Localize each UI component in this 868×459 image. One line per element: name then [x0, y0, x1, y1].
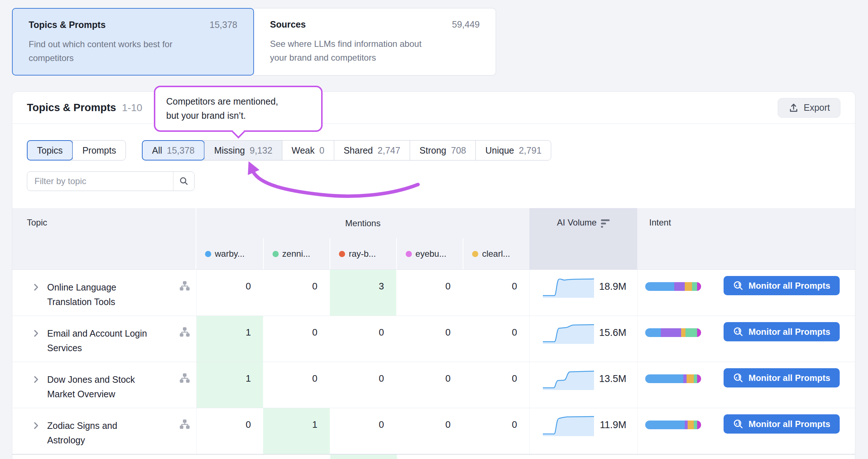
table-row[interactable]: Zodiac Signs andAstrology 0 1 0 0 0 11.9… [12, 408, 855, 454]
competitor-dot [339, 251, 345, 257]
column-header-competitor[interactable]: ray-b... [329, 238, 396, 269]
page-title: Topics & Prompts [27, 102, 116, 114]
column-header-competitor[interactable]: zenni... [263, 238, 330, 269]
topic-filter-box [27, 171, 195, 191]
mention-value: 0 [263, 316, 329, 362]
mention-value: 0 [396, 362, 463, 408]
ai-volume-value: 15.6M [599, 327, 626, 338]
expand-chevron-icon[interactable] [31, 375, 41, 408]
table-row-partial [12, 454, 855, 459]
competitor-dot [472, 251, 478, 257]
competitor-dot [205, 251, 211, 257]
table-row[interactable]: Email and Account LoginServices 1 0 0 0 … [12, 316, 855, 362]
mention-value-highlighted [330, 455, 397, 459]
tab-missing[interactable]: Missing9,132 [204, 141, 282, 160]
mention-value: 0 [263, 270, 329, 316]
mention-value: 0 [263, 362, 329, 408]
monitor-all-prompts-button[interactable]: Monitor all Prompts [724, 322, 840, 341]
mentions-cells: 0 0 3 0 0 [196, 270, 529, 316]
intent-cell: Monitor all Prompts [637, 362, 855, 408]
topic-name[interactable]: Email and Account LoginServices [47, 326, 147, 362]
topic-cell: Online LanguageTranslation Tools [12, 270, 196, 316]
expand-chevron-icon[interactable] [31, 421, 41, 454]
trend-sparkline [542, 275, 595, 298]
topic-cell: Dow Jones and StockMarket Overview [12, 362, 196, 408]
monitor-search-icon [733, 326, 744, 337]
topic-name[interactable]: Online LanguageTranslation Tools [47, 280, 116, 316]
ai-volume-value: 13.5M [599, 373, 626, 385]
competitor-dot [406, 251, 412, 257]
intent-cell: Monitor all Prompts [637, 316, 855, 362]
mention-value: 0 [463, 316, 529, 362]
card-description: Find out which content works best forcom… [29, 37, 237, 65]
tab-weak[interactable]: Weak0 [282, 141, 334, 160]
mention-value: 0 [330, 316, 396, 362]
ai-volume-cell: 13.5M [529, 362, 637, 408]
ai-volume-cell: 15.6M [529, 316, 637, 362]
card-count: 59,449 [452, 19, 480, 30]
mention-value: 0 [330, 362, 396, 408]
view-toggle: Topics Prompts [27, 140, 126, 161]
intent-bar [645, 374, 701, 383]
filter-by-topic-input[interactable] [27, 172, 173, 191]
tab-all[interactable]: All15,378 [142, 140, 205, 161]
topics-prompts-panel: Topics & Prompts 1-10 Export Topics Prom… [12, 92, 855, 459]
column-header-ai-volume[interactable]: AI Volume [529, 208, 637, 269]
column-header-competitor[interactable]: warby... [196, 238, 263, 269]
mention-value: 0 [396, 408, 463, 454]
monitor-all-prompts-button[interactable]: Monitor all Prompts [724, 368, 840, 387]
monitor-all-prompts-button[interactable]: Monitor all Prompts [724, 276, 840, 295]
mention-filter-tabs: All15,378 Missing9,132 Weak0 Shared2,747… [142, 140, 551, 161]
topic-name[interactable]: Zodiac Signs andAstrology [47, 418, 117, 454]
trend-sparkline [542, 321, 595, 344]
trend-sparkline [542, 367, 595, 390]
mention-value-highlighted: 1 [197, 362, 263, 408]
mention-value-highlighted: 1 [263, 408, 329, 454]
tab-prompts[interactable]: Prompts [73, 141, 126, 160]
tab-shared[interactable]: Shared2,747 [334, 141, 410, 160]
topic-cell: Zodiac Signs andAstrology [12, 408, 196, 454]
ai-volume-value: 11.9M [600, 419, 626, 431]
mention-value: 0 [396, 316, 463, 362]
competitor-dot [273, 251, 279, 257]
mentions-label: Mentions [196, 208, 529, 238]
topic-cell: Email and Account LoginServices [12, 316, 196, 362]
expand-chevron-icon[interactable] [31, 329, 41, 362]
pagination-range: 1-10 [122, 102, 142, 114]
monitor-all-prompts-button[interactable]: Monitor all Prompts [724, 414, 840, 434]
subtopics-icon[interactable] [179, 419, 191, 432]
mention-value-highlighted: 1 [197, 316, 263, 362]
filter-controls: Topics Prompts All15,378 Missing9,132 We… [27, 140, 840, 161]
column-header-competitor[interactable]: eyebu... [396, 238, 463, 269]
card-sources[interactable]: Sources 59,449 See where LLMs find infor… [254, 8, 496, 76]
intent-bar [645, 282, 701, 291]
table-row[interactable]: Dow Jones and StockMarket Overview 1 0 0… [12, 362, 855, 408]
search-icon [179, 176, 189, 186]
card-topics-prompts[interactable]: Topics & Prompts 15,378 Find out which c… [12, 8, 254, 76]
sort-descending-icon [601, 219, 610, 269]
mentions-cells: 1 0 0 0 0 [196, 316, 529, 362]
export-button[interactable]: Export [778, 98, 840, 118]
card-title: Topics & Prompts [29, 20, 106, 30]
subtopics-icon[interactable] [179, 281, 191, 294]
column-header-topic: Topic [12, 208, 196, 269]
tab-topics[interactable]: Topics [27, 140, 73, 161]
mention-value: 0 [197, 408, 263, 454]
monitor-search-icon [733, 419, 744, 430]
tab-unique[interactable]: Unique2,791 [475, 141, 551, 160]
card-title: Sources [270, 19, 306, 30]
monitor-search-icon [733, 280, 744, 291]
subtopics-icon[interactable] [179, 373, 191, 386]
expand-chevron-icon[interactable] [31, 283, 41, 316]
subtopics-icon[interactable] [179, 327, 191, 340]
card-count: 15,378 [210, 20, 237, 30]
topic-name[interactable]: Dow Jones and StockMarket Overview [47, 372, 135, 408]
search-button[interactable] [173, 172, 194, 191]
panel-header: Topics & Prompts 1-10 Export [12, 92, 855, 124]
table-row[interactable]: Online LanguageTranslation Tools 0 0 3 0… [12, 269, 855, 316]
column-header-competitor[interactable]: clearl... [463, 238, 529, 269]
tab-strong[interactable]: Strong708 [410, 141, 475, 160]
mention-value: 0 [197, 270, 263, 316]
mention-value: 0 [330, 408, 396, 454]
card-description: See where LLMs find information aboutyou… [270, 37, 480, 65]
